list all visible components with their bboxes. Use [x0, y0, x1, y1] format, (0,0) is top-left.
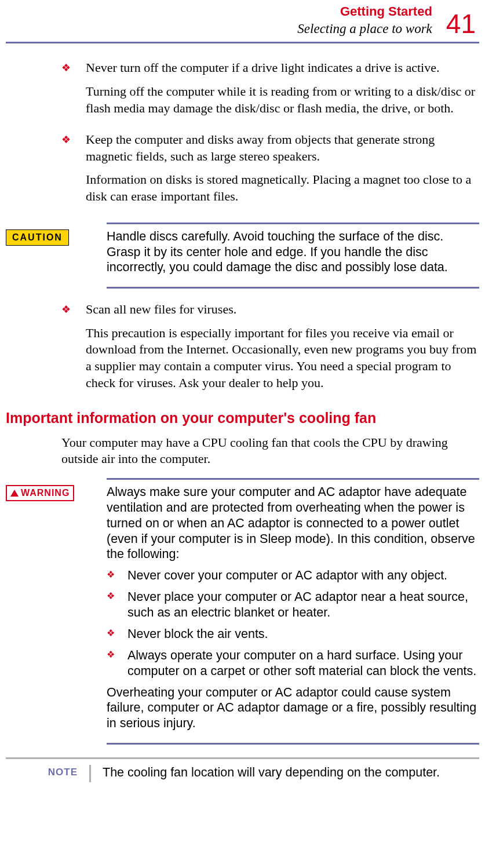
list-item: ❖Always operate your computer on a hard …	[107, 648, 479, 679]
warning-label: WARNING	[6, 485, 74, 501]
callout-rule-bottom	[107, 743, 479, 745]
header-rule	[6, 42, 479, 43]
chapter-title: Getting Started	[297, 3, 432, 20]
diamond-icon: ❖	[61, 132, 71, 148]
warning-item: Never block the air vents.	[127, 626, 268, 642]
diamond-icon: ❖	[107, 568, 115, 583]
list-item: ❖ Keep the computer and disks away from …	[61, 132, 479, 211]
caution-text: Handle discs carefully. Avoid touching t…	[107, 229, 479, 276]
diamond-icon: ❖	[107, 626, 115, 642]
note-divider	[89, 765, 91, 782]
warning-item-list: ❖Never cover your computer or AC adaptor…	[107, 568, 479, 679]
warning-item: Never place your computer or AC adaptor …	[127, 589, 479, 621]
bullet-list-2: ❖ Scan all new files for viruses. This p…	[61, 301, 479, 398]
section-heading: Important information on your computer's…	[6, 409, 479, 428]
note-rule-top	[6, 757, 479, 759]
list-item: ❖Never block the air vents.	[107, 626, 479, 642]
note-label: NOTE	[6, 765, 78, 779]
list-item: ❖ Never turn off the computer if a drive…	[61, 60, 479, 123]
page-header: Getting Started Selecting a place to wor…	[6, 3, 479, 37]
bullet-follow: Information on disks is stored magnetica…	[86, 172, 479, 205]
diamond-icon: ❖	[107, 589, 115, 621]
caution-callout: CAUTION Handle discs carefully. Avoid to…	[6, 223, 479, 289]
caution-label-box: CAUTION	[6, 229, 96, 246]
bullet-list-1: ❖ Never turn off the computer if a drive…	[61, 60, 479, 211]
bullet-follow: This precaution is especially important …	[86, 325, 479, 391]
note-text: The cooling fan location will vary depen…	[103, 765, 440, 781]
page-number: 41	[446, 10, 476, 37]
diamond-icon: ❖	[61, 60, 71, 76]
bullet-lead: Scan all new files for viruses.	[86, 301, 479, 318]
note-callout: NOTE The cooling fan location will vary …	[6, 765, 479, 782]
callout-rule-bottom	[107, 287, 479, 289]
intro-paragraph: Your computer may have a CPU cooling fan…	[61, 435, 479, 468]
warning-triangle-icon	[10, 490, 19, 497]
warning-item: Never cover your computer or AC adaptor …	[127, 568, 447, 583]
diamond-icon: ❖	[107, 648, 115, 679]
warning-item: Always operate your computer on a hard s…	[127, 648, 479, 679]
list-item: ❖Never place your computer or AC adaptor…	[107, 589, 479, 621]
section-title: Selecting a place to work	[297, 20, 432, 38]
diamond-icon: ❖	[61, 301, 71, 318]
bullet-lead: Never turn off the computer if a drive l…	[86, 60, 479, 76]
bullet-lead: Keep the computer and disks away from ob…	[86, 132, 479, 165]
warning-tail: Overheating your computer or AC adaptor …	[107, 685, 479, 732]
warning-callout: WARNING Always make sure your computer a…	[6, 478, 479, 745]
bullet-follow: Turning off the computer while it is rea…	[86, 83, 479, 116]
header-text-block: Getting Started Selecting a place to wor…	[297, 3, 432, 37]
list-item: ❖ Scan all new files for viruses. This p…	[61, 301, 479, 398]
caution-label: CAUTION	[6, 229, 69, 246]
callout-rule-top	[107, 478, 479, 480]
list-item: ❖Never cover your computer or AC adaptor…	[107, 568, 479, 583]
warning-label-box: WARNING	[6, 484, 96, 501]
warning-lead: Always make sure your computer and AC ad…	[107, 484, 479, 562]
warning-label-text: WARNING	[21, 488, 70, 498]
callout-rule-top	[107, 223, 479, 224]
